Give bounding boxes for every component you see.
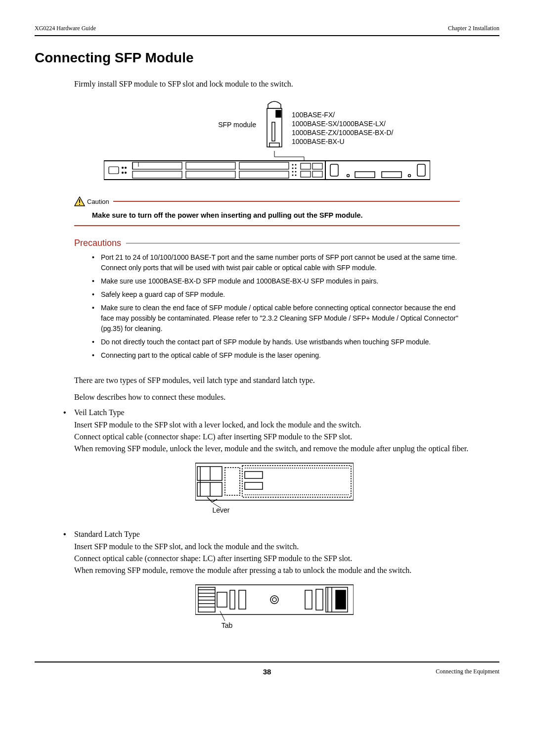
- standards-line4: 1000BASE-BX-U: [292, 138, 345, 145]
- precaution-item: Port 21 to 24 of 10/100/1000 BASE-T port…: [92, 252, 460, 273]
- svg-rect-29: [301, 163, 311, 169]
- precaution-item: Safely keep a guard cap of SFP module.: [92, 289, 460, 300]
- svg-rect-3: [269, 143, 279, 147]
- footer: 38 Connecting the Equipment: [35, 667, 499, 676]
- svg-rect-14: [133, 171, 182, 178]
- svg-point-22: [295, 164, 297, 166]
- svg-point-21: [292, 164, 294, 166]
- standard-latch-body: Insert SFP module to the SFP slot, and l…: [74, 541, 475, 576]
- header-left: XG0224 Hardware Guide: [35, 25, 96, 32]
- paragraph-types-intro: There are two types of SFP modules, veil…: [74, 375, 460, 386]
- svg-rect-41: [79, 199, 80, 203]
- precaution-item: Connecting part to the optical cable of …: [92, 350, 460, 361]
- svg-rect-74: [336, 590, 346, 609]
- sfp-install-figure: SFP module 100BASE-FX/ 1000BASE-SX/1000B…: [35, 97, 499, 182]
- standards-line1: 100BASE-FX/: [292, 111, 335, 119]
- svg-rect-15: [186, 162, 235, 169]
- svg-rect-18: [239, 171, 289, 178]
- svg-point-26: [295, 171, 297, 173]
- svg-rect-37: [382, 172, 401, 178]
- svg-point-11: [122, 172, 124, 174]
- footer-rule: [35, 662, 499, 662]
- svg-rect-69: [305, 590, 312, 609]
- svg-point-27: [292, 175, 294, 176]
- veil-latch-body: Insert SFP module to the SFP slot with a…: [74, 419, 475, 455]
- standards-line3: 1000BASE-ZX/1000BASE-BX-D/: [292, 129, 394, 137]
- header-bar: XG0224 Hardware Guide Chapter 2 Installa…: [35, 25, 499, 36]
- svg-rect-66: [239, 590, 246, 609]
- svg-rect-16: [186, 171, 235, 178]
- svg-rect-51: [245, 472, 263, 478]
- svg-rect-49: [225, 468, 240, 495]
- svg-rect-57: [198, 587, 215, 612]
- precaution-item: Make sure use 1000BASE-BX-D SFP module a…: [92, 276, 460, 286]
- svg-rect-34: [330, 164, 338, 176]
- header-right: Chapter 2 Installation: [448, 25, 499, 32]
- precautions-block: Precautions Port 21 to 24 of 10/100/1000…: [74, 238, 460, 361]
- svg-rect-32: [312, 171, 322, 177]
- svg-rect-39: [417, 164, 425, 176]
- svg-point-23: [292, 168, 294, 169]
- svg-rect-70: [316, 589, 323, 610]
- sfp-module-label: SFP module: [218, 121, 256, 129]
- svg-point-25: [292, 171, 294, 173]
- svg-point-24: [295, 168, 297, 169]
- paragraph-howto: Below describes how to connect these mod…: [74, 391, 460, 403]
- caution-block: Caution Make sure to turn off the power …: [74, 196, 460, 226]
- precaution-item: Do not directly touch the contact part o…: [92, 337, 460, 347]
- precautions-label: Precautions: [74, 238, 121, 248]
- page-number: 38: [134, 667, 400, 676]
- svg-rect-45: [197, 482, 222, 496]
- svg-point-68: [272, 598, 276, 602]
- svg-rect-30: [301, 171, 311, 177]
- tab-callout: Tab: [222, 621, 233, 629]
- page-title: Connecting SFP Module: [35, 50, 499, 66]
- caution-label: Caution: [87, 198, 111, 205]
- lever-callout: Lever: [212, 506, 229, 514]
- standard-latch-figure: Tab: [74, 582, 475, 632]
- svg-point-10: [125, 167, 127, 169]
- svg-rect-36: [355, 172, 375, 178]
- svg-rect-8: [109, 167, 119, 174]
- veil-latch-name: Veil Latch Type: [74, 408, 475, 417]
- veil-latch-item: Veil Latch Type Insert SFP module to the…: [59, 408, 475, 515]
- standard-latch-item: Standard Latch Type Insert SFP module to…: [59, 530, 475, 632]
- precautions-list: Port 21 to 24 of 10/100/1000 BASE-T port…: [74, 248, 460, 361]
- svg-rect-64: [217, 592, 227, 607]
- veil-latch-figure: Lever: [74, 461, 475, 515]
- svg-rect-2: [272, 122, 275, 141]
- svg-rect-1: [276, 110, 281, 117]
- intro-text: Firmly install SFP module to SFP slot an…: [74, 80, 499, 89]
- svg-rect-65: [230, 590, 235, 609]
- svg-rect-31: [312, 163, 322, 169]
- svg-rect-50: [242, 466, 351, 497]
- svg-point-28: [295, 175, 297, 176]
- svg-point-9: [122, 167, 124, 169]
- standard-latch-name: Standard Latch Type: [74, 530, 475, 539]
- svg-rect-42: [79, 204, 80, 205]
- svg-rect-44: [197, 467, 222, 480]
- svg-rect-17: [239, 162, 289, 169]
- caution-triangle-icon: [74, 196, 85, 206]
- precaution-item: Make sure to clean the end face of SFP m…: [92, 303, 460, 334]
- svg-rect-13: [133, 162, 182, 169]
- standards-line2: 1000BASE-SX/1000BASE-LX/: [292, 120, 386, 128]
- svg-point-12: [125, 172, 127, 174]
- caution-text: Make sure to turn off the power when ins…: [74, 206, 460, 225]
- svg-rect-52: [245, 482, 263, 489]
- footer-text: Connecting the Equipment: [400, 668, 499, 675]
